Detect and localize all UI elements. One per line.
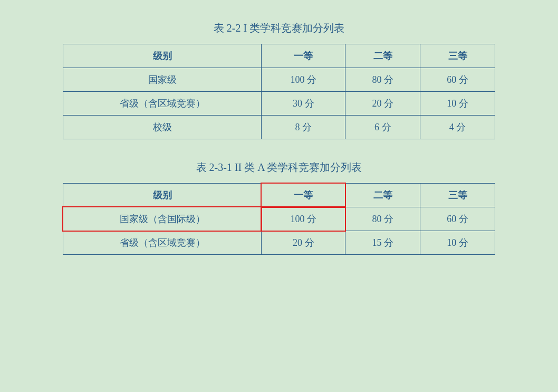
table2-header-second: 二等 xyxy=(345,184,420,207)
table1: 级别 一等 二等 三等 国家级 100 分 80 分 60 分 省级（含区域竞赛… xyxy=(63,44,495,139)
table2-row1-col3: 80 分 xyxy=(345,207,420,231)
table2-header-row: 级别 一等 二等 三等 xyxy=(63,184,495,207)
table1-header-third: 三等 xyxy=(420,44,495,68)
table1-row1-col1: 国家级 xyxy=(63,68,262,92)
table1-header-first: 一等 xyxy=(262,44,345,68)
table2-row1-col1: 国家级（含国际级） xyxy=(63,207,262,231)
table1-header-row: 级别 一等 二等 三等 xyxy=(63,44,495,68)
table2-row1-col2: 100 分 xyxy=(262,207,345,231)
table1-row1-col4: 60 分 xyxy=(420,68,495,92)
table1-header-level: 级别 xyxy=(63,44,262,68)
table1-row3-col4: 4 分 xyxy=(420,116,495,139)
table1-row3-col2: 8 分 xyxy=(262,116,345,139)
table1-row2-col1: 省级（含区域竞赛） xyxy=(63,92,262,116)
table1-header-second: 二等 xyxy=(345,44,420,68)
table2-row2-col1: 省级（含区域竞赛） xyxy=(63,231,262,255)
table1-row2-col2: 30 分 xyxy=(262,92,345,116)
table2-row2-col2: 20 分 xyxy=(262,231,345,255)
table2-header-first: 一等 xyxy=(262,184,345,207)
table1-row1-col2: 100 分 xyxy=(262,68,345,92)
table1-row3-col1: 校级 xyxy=(63,116,262,139)
table-row: 国家级 100 分 80 分 60 分 xyxy=(63,68,495,92)
table2-row1-col4: 60 分 xyxy=(420,207,495,231)
table2-title: 表 2-3-1 II 类 A 类学科竞赛加分列表 xyxy=(63,160,495,175)
section-table1: 表 2-2 I 类学科竞赛加分列表 级别 一等 二等 三等 国家级 100 分 … xyxy=(63,21,495,139)
section-table2: 表 2-3-1 II 类 A 类学科竞赛加分列表 级别 一等 二等 三等 国家级… xyxy=(63,160,495,255)
table1-title: 表 2-2 I 类学科竞赛加分列表 xyxy=(63,21,495,35)
table1-row2-col4: 10 分 xyxy=(420,92,495,116)
table2-row2-col3: 15 分 xyxy=(345,231,420,255)
table2-header-level: 级别 xyxy=(63,184,262,207)
table2-row2-col4: 10 分 xyxy=(420,231,495,255)
table-row: 省级（含区域竞赛） 20 分 15 分 10 分 xyxy=(63,231,495,255)
table1-row1-col3: 80 分 xyxy=(345,68,420,92)
table1-row3-col3: 6 分 xyxy=(345,116,420,139)
table-row: 校级 8 分 6 分 4 分 xyxy=(63,116,495,139)
table-row: 国家级（含国际级） 100 分 80 分 60 分 xyxy=(63,207,495,231)
table-row: 省级（含区域竞赛） 30 分 20 分 10 分 xyxy=(63,92,495,116)
table2-header-third: 三等 xyxy=(420,184,495,207)
table2: 级别 一等 二等 三等 国家级（含国际级） 100 分 80 分 60 分 省级… xyxy=(63,183,495,255)
table1-row2-col3: 20 分 xyxy=(345,92,420,116)
